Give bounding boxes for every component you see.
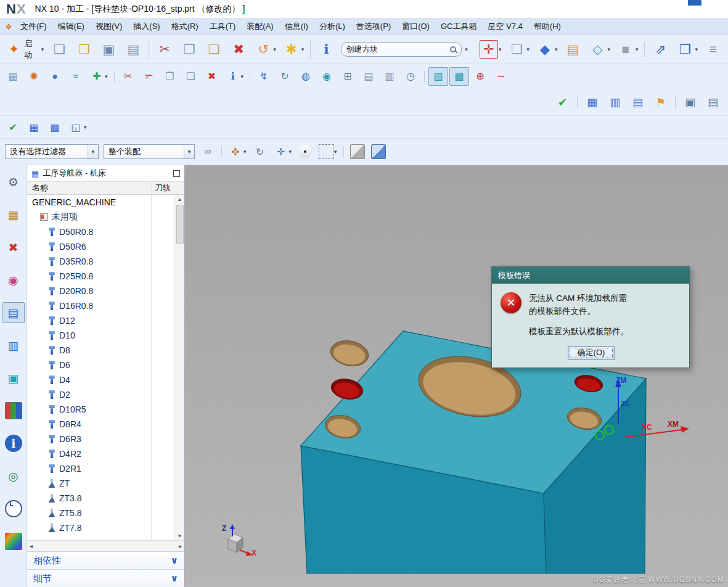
operation-navigator-icon[interactable]: ▤ <box>2 302 25 323</box>
snap-point-icon-dropdown[interactable]: ▾ <box>243 149 247 155</box>
method-view-icon[interactable]: ⚑ <box>650 92 671 113</box>
shop-doc-icon[interactable]: ▤ <box>359 67 378 86</box>
point-constructor-icon[interactable]: ⊕ <box>470 67 490 86</box>
rotate-view-icon[interactable]: ↻ <box>250 142 270 161</box>
tree-item-D2[interactable]: D2 <box>27 387 174 402</box>
chevron-down-icon[interactable]: ∨ <box>171 555 178 566</box>
column-header-toolpath[interactable]: 刀轨 <box>155 183 171 194</box>
app-menu-icon[interactable]: ❖ <box>2 22 15 31</box>
create-method-icon[interactable]: ✚▾ <box>87 67 110 86</box>
selection-scope-dropdown[interactable]: 整个装配 ▾ <box>104 144 195 159</box>
undo-icon-dropdown[interactable]: ▾ <box>273 46 276 52</box>
tree-item-D50R6[interactable]: D50R6 <box>27 239 174 254</box>
viewport-3d[interactable]: ZM ZC XC XM Z X UG爱好者论坛 WWW.UGSNX.COM 模板… <box>185 165 728 587</box>
menu-item[interactable]: 编辑(E) <box>52 18 90 35</box>
reuse-library-icon[interactable] <box>2 400 25 421</box>
tree-item-D12[interactable]: D12 <box>27 313 174 328</box>
verify-toolpath-icon[interactable]: ◍ <box>296 67 316 86</box>
rectangle-selection-icon[interactable]: ▾ <box>316 142 340 161</box>
undo-icon[interactable]: ↺▾ <box>252 38 279 60</box>
cut-icon[interactable]: ✂ <box>153 38 176 60</box>
menu-item[interactable]: 信息(I) <box>279 18 314 35</box>
ok-button[interactable]: 确定(O) <box>568 346 615 360</box>
assembly-navigator-icon[interactable]: ▦ <box>2 204 25 225</box>
history-icon[interactable] <box>2 498 25 519</box>
generate-toolpath-icon[interactable]: ↯ <box>254 67 274 86</box>
machining-time-icon[interactable]: ◷ <box>401 67 420 86</box>
scroll-left-icon[interactable]: ◂ <box>30 543 33 549</box>
window-switch-icon-dropdown[interactable]: ▾ <box>695 46 698 52</box>
materials-icon[interactable] <box>2 531 25 552</box>
copy-icon[interactable]: ❐ <box>178 38 201 60</box>
section-dependencies[interactable]: 相依性 ∨ <box>27 551 184 569</box>
background-icon-dropdown[interactable]: ▾ <box>636 46 639 52</box>
object-info-icon-dropdown[interactable]: ▾ <box>241 73 244 80</box>
paste-icon[interactable]: ❑ <box>202 38 226 60</box>
create-feature-icon[interactable]: ✺ <box>24 67 44 86</box>
tree-item-ZT3.8[interactable]: ZT3.8 <box>27 491 174 506</box>
render-style-icon-dropdown[interactable]: ▾ <box>607 46 610 52</box>
menu-item[interactable]: 视图(V) <box>90 18 128 35</box>
tree-item-D4[interactable]: D4 <box>27 372 174 387</box>
tree-item-D16R0.8[interactable]: D16R0.8 <box>27 298 174 313</box>
selection-filter-dropdown[interactable]: 没有选择过滤器 ▾ <box>5 144 99 159</box>
command-wizard-icon-dropdown[interactable]: ▾ <box>301 46 305 52</box>
tree-item-D6[interactable]: D6 <box>27 358 174 372</box>
menu-item[interactable]: 插入(S) <box>128 18 165 35</box>
delete-icon[interactable]: ✖ <box>227 38 250 60</box>
roles-gear-icon[interactable]: ⚙ <box>2 171 25 192</box>
open-file-icon[interactable]: ❒ <box>72 38 96 60</box>
background-icon[interactable]: ■▾ <box>614 38 641 60</box>
point-snap-icon-dropdown[interactable]: ▾ <box>289 149 292 155</box>
tree-vertical-scrollbar[interactable]: ▲ ▼ <box>174 195 184 540</box>
hexagon-selection-icon[interactable] <box>295 142 315 161</box>
scroll-thumb[interactable] <box>176 205 184 244</box>
list-toolpath-icon[interactable]: ▥ <box>380 67 399 86</box>
fit-view-icon-dropdown[interactable]: ▾ <box>499 46 502 52</box>
command-finder[interactable]: 创建方块 <box>341 42 462 57</box>
create-geometry-icon[interactable]: ≈ <box>66 67 86 86</box>
navigator-header[interactable]: ▦ 工序导航器 - 机床 <box>27 165 184 181</box>
tree-item-ZT7.8[interactable]: ZT7.8 <box>27 520 174 535</box>
scroll-down-icon[interactable]: ▼ <box>178 532 182 540</box>
rectangle-selection-icon-dropdown[interactable]: ▾ <box>334 149 337 155</box>
chevron-down-icon[interactable]: ∨ <box>171 573 178 584</box>
show-toolpath-check-icon[interactable]: ✔ <box>3 118 23 136</box>
title-bar[interactable]: N X NX 10 - 加工 - [导柱垫块-OP10-16_stp.prt （… <box>0 0 728 18</box>
start-menu-button-dropdown[interactable]: ▾ <box>41 46 44 52</box>
tree-item-D50R0.8[interactable]: D50R0.8 <box>27 224 174 239</box>
csys-orient-icon[interactable]: ◱▾ <box>66 118 89 136</box>
layout-settings-icon[interactable]: ▤ <box>702 92 724 113</box>
command-finder-dropdown[interactable]: ▾ <box>465 46 468 52</box>
tree-horizontal-scrollbar[interactable]: ◂ ▸ <box>27 540 184 551</box>
copy-object-icon[interactable]: ❐ <box>160 67 180 86</box>
menu-item[interactable]: 文件(F) <box>15 18 52 35</box>
orient-cube-icon[interactable]: ◆▾ <box>533 38 560 60</box>
snap-point-icon[interactable]: ✜▾ <box>226 142 249 161</box>
machine-tool-view-icon[interactable]: ▥ <box>604 92 626 113</box>
template-view-icon[interactable]: ▣ <box>2 367 25 388</box>
display-workpiece-icon[interactable]: ▣ <box>679 92 701 113</box>
tree-item-GENERIC_MACHINE[interactable]: GENERIC_MACHINE <box>27 195 174 210</box>
tree-item-ZT5.8[interactable]: ZT5.8 <box>27 506 174 520</box>
create-tool-icon[interactable]: ● <box>45 67 65 86</box>
menu-item[interactable]: 分析(L) <box>314 18 351 35</box>
delete-object-icon[interactable]: ✖ <box>202 67 222 86</box>
menu-item[interactable]: 工具(T) <box>204 18 242 35</box>
menu-item[interactable]: 星空 V7.4 <box>482 18 528 35</box>
new-file-icon[interactable]: ❏ <box>47 38 71 60</box>
simulate-machine-icon[interactable]: ◉ <box>317 67 337 86</box>
menu-item[interactable]: 窗口(O) <box>396 18 435 35</box>
selection-filter-arrow-icon[interactable]: ▾ <box>88 145 98 158</box>
csys-orient-icon-dropdown[interactable]: ▾ <box>84 124 87 130</box>
tree-item-D20R0.8[interactable]: D20R0.8 <box>27 284 174 298</box>
clipboard-icon[interactable]: ▤ <box>561 38 584 60</box>
tree-item-ZT[interactable]: ZT <box>27 476 174 491</box>
tree-item-D25R0.8[interactable]: D25R0.8 <box>27 269 174 284</box>
tree-item-D35R0.8[interactable]: D35R0.8 <box>27 254 174 269</box>
info-balloon-icon[interactable]: ℹ <box>314 38 338 60</box>
menu-item[interactable]: GC工具箱 <box>435 18 483 35</box>
paste-object-icon[interactable]: ❑ <box>181 67 201 86</box>
menu-item[interactable]: 首选项(P) <box>351 18 396 35</box>
scroll-up-icon[interactable]: ▲ <box>178 195 182 203</box>
